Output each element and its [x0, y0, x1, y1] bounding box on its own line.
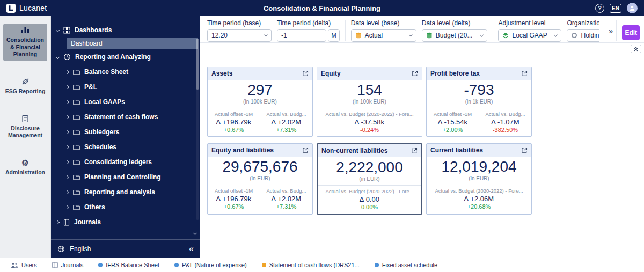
- open-in-new-icon[interactable]: [412, 70, 418, 77]
- bottombar-item-journals[interactable]: Journals: [52, 262, 84, 268]
- rail-item-label: ESG Reporting: [5, 88, 46, 94]
- data-level-base-select[interactable]: Actual: [351, 29, 416, 42]
- rail-item-label: Disclosure Management: [8, 125, 42, 139]
- tree-item-statement-of-cash-flows[interactable]: Statement of cash flows: [51, 109, 200, 124]
- collapse-all-button[interactable]: [631, 45, 641, 53]
- kpi-metric: Actual vs. Budg... ∆ +2.02M +7.31%: [260, 108, 312, 136]
- folder-icon: [73, 114, 80, 120]
- tree-item-reporting-and-analysis[interactable]: Reporting and analysis: [51, 185, 200, 200]
- chevron-right-icon: [56, 220, 60, 224]
- open-in-new-icon[interactable]: [302, 70, 309, 77]
- tree-item-label: Journals: [74, 218, 101, 226]
- kpi-card-header: Equity: [317, 67, 422, 80]
- user-avatar[interactable]: [627, 3, 638, 13]
- double-chevron-up-icon: [633, 46, 639, 52]
- metric-delta: ∆ 0.00: [319, 195, 420, 203]
- bottombar-item-users[interactable]: Users: [11, 262, 37, 268]
- time-period-delta-input[interactable]: [277, 29, 326, 42]
- bottombar-item-statement-of-cash-flows[interactable]: Statement of cash flows (DRS21...: [262, 262, 360, 268]
- tree-item-consolidating-ledgers[interactable]: Consolidating ledgers: [51, 155, 200, 170]
- selected-value: Local GAAP: [512, 32, 547, 39]
- chevron-right-icon: [65, 145, 69, 149]
- layers-icon: [502, 32, 509, 39]
- open-in-new-icon[interactable]: [302, 147, 309, 153]
- tree-item-pl[interactable]: P&L: [51, 79, 200, 94]
- adjustment-level-select[interactable]: Local GAAP: [498, 29, 561, 42]
- tree-item-reporting-and-analyzing[interactable]: Reporting and Analyzing: [51, 49, 200, 64]
- language-label: English: [70, 245, 91, 253]
- favorites-bar: Users Journals IFRS Balance Sheet P&L (N…: [0, 258, 644, 272]
- time-period-base-select[interactable]: 12.20: [207, 29, 272, 42]
- tree-item-label: Dashboards: [75, 26, 112, 34]
- chevron-down-icon: [56, 55, 60, 58]
- rail-item-administration[interactable]: ⚙ Administration: [3, 156, 47, 179]
- help-icon[interactable]: ?: [595, 4, 604, 13]
- app-logo: Lucanet: [6, 4, 47, 13]
- folder-icon: [73, 159, 80, 165]
- bottombar-item-ifrs-balance-sheet[interactable]: IFRS Balance Sheet: [98, 262, 159, 268]
- metric-label: Actual offset -1M: [428, 111, 477, 117]
- filter-label: Time period (delta): [277, 19, 340, 27]
- kpi-card-header: Current liabilities: [427, 144, 531, 157]
- metric-delta: ∆ +2.06M: [428, 195, 530, 203]
- bottombar-item-label: Users: [21, 262, 37, 268]
- tree-item-journals[interactable]: Journals: [51, 215, 200, 230]
- filter-label: Organization: [567, 19, 599, 27]
- open-in-new-icon[interactable]: [521, 70, 528, 77]
- rail-item-consolidation[interactable]: Consolidation & Financial Planning: [3, 24, 47, 61]
- tree-item-local-gaaps[interactable]: Local GAAPs: [51, 94, 200, 109]
- data-level-delta-select[interactable]: Budget (20...: [422, 29, 487, 42]
- tree-item-balance-sheet[interactable]: Balance Sheet: [51, 64, 200, 79]
- topbar-actions: ? EN: [595, 3, 638, 13]
- tree-item-subledgers[interactable]: Subledgers: [51, 124, 200, 139]
- metric-label: Actual offset -1M: [209, 111, 258, 117]
- kpi-unit: (in EUR): [208, 175, 312, 181]
- top-bar: Lucanet Consolidation & Financial Planni…: [0, 0, 644, 16]
- folder-icon: [73, 174, 80, 180]
- users-icon: [11, 262, 18, 268]
- tree-scrollbar[interactable]: [196, 39, 199, 220]
- organization-select[interactable]: Holding: [567, 29, 599, 42]
- kpi-card-assets: Assets 297 (in 100k EUR) Actual offset -…: [207, 67, 313, 137]
- tree-scroll-down-icon[interactable]: [194, 229, 196, 236]
- tree-item-dashboard-selected[interactable]: Dashboard: [67, 38, 198, 49]
- kpi-metrics: Actual vs. Budget (2020-2022) - Fore... …: [318, 185, 421, 214]
- metric-label: Actual vs. Budg...: [262, 188, 311, 194]
- tree-item-label: Local GAAPs: [84, 98, 125, 106]
- ring-icon: [571, 32, 577, 39]
- tree-scrollbar-thumb[interactable]: [196, 39, 199, 90]
- tree-item-label: Schedules: [84, 143, 116, 151]
- kpi-card-header: Assets: [208, 67, 312, 80]
- collapse-sidebar-icon[interactable]: «: [189, 245, 194, 253]
- kpi-card-header: Profit before tax: [427, 67, 531, 80]
- filter-adjustment-level: Adjustment level Local GAAP: [498, 19, 561, 42]
- open-in-new-icon[interactable]: [521, 147, 528, 153]
- chevron-right-icon: [65, 160, 69, 164]
- kpi-metrics: Actual vs. Budget (2020-2022) - Fore... …: [427, 185, 531, 213]
- tree-item-others[interactable]: Others: [51, 200, 200, 215]
- tree-item-schedules[interactable]: Schedules: [51, 139, 200, 155]
- tree-item-planning-and-controlling[interactable]: Planning and Controlling: [51, 170, 200, 185]
- tree-item-label: Reporting and analysis: [84, 188, 155, 196]
- rail-item-esg-reporting[interactable]: ESG Reporting: [3, 75, 47, 98]
- expand-filters-button[interactable]: »: [605, 20, 617, 41]
- bottombar-item-label: Statement of cash flows (DRS21...: [269, 262, 360, 268]
- open-in-new-icon[interactable]: [411, 148, 418, 154]
- kpi-card-profit-before-tax: Profit before tax -793 (in 1k EUR) Actua…: [426, 67, 532, 137]
- document-icon: [4, 115, 46, 123]
- metric-percent: +2.00%: [428, 127, 477, 133]
- chevron-right-icon: [65, 115, 69, 119]
- language-selector[interactable]: English «: [51, 239, 200, 258]
- rail-item-disclosure-management[interactable]: Disclosure Management: [3, 112, 47, 142]
- metric-label: Actual vs. Budget (2020-2022) - Fore...: [319, 188, 420, 194]
- bottombar-item-fixed-asset-schedule[interactable]: Fixed asset schedule: [375, 262, 437, 268]
- period-unit-button[interactable]: M: [328, 29, 340, 42]
- metric-percent: +7.31%: [262, 127, 311, 133]
- bottombar-item-pl-nature-of-expense[interactable]: P&L (Nature of expense): [174, 262, 247, 268]
- chevron-right-icon: [65, 205, 69, 209]
- filter-time-period-delta: Time period (delta) M: [277, 19, 340, 42]
- kpi-unit: (in 1k EUR): [427, 99, 531, 105]
- edit-button[interactable]: Edit: [622, 25, 640, 40]
- language-badge[interactable]: EN: [610, 4, 621, 13]
- tree-item-dashboards[interactable]: Dashboards: [51, 23, 200, 38]
